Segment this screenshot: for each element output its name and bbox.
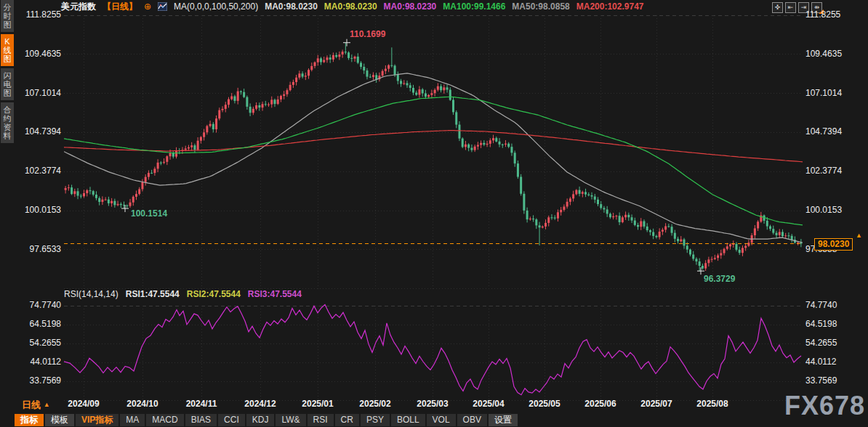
- period-selector[interactable]: 日线 ▲: [22, 399, 50, 412]
- rsi-axis-label: 64.5198: [15, 319, 61, 329]
- time-axis-label: 2025/03: [409, 399, 456, 409]
- rsi-axis-label: 54.2655: [805, 338, 856, 348]
- rsi-axis-label: 64.5198: [805, 319, 856, 329]
- rsi-title: RSI(14,14,14): [64, 289, 118, 299]
- indicator-toolbar: 指标模板VIP指标MAMACDBIASCCIKDJLW&RSICRPSYBOLL…: [15, 414, 518, 427]
- time-axis-label: 2025/04: [465, 399, 512, 409]
- time-axis-label: 2024/10: [119, 399, 166, 409]
- toolbar-tab-MACD[interactable]: MACD: [146, 414, 183, 426]
- toolbar-tab-RSI[interactable]: RSI: [308, 414, 334, 426]
- time-axis-label: 2024/12: [237, 399, 284, 409]
- left-sidebar: 分时图K线图闪电图合约资料: [0, 0, 15, 427]
- price-marker-icon: ▲: [856, 232, 862, 239]
- price-axis-label: 109.4635: [15, 49, 61, 59]
- time-axis-label: 2025/07: [633, 399, 680, 409]
- sidebar-tab-闪电图[interactable]: 闪电图: [1, 68, 14, 100]
- price-axis-label: 107.1014: [805, 88, 856, 98]
- time-axis-label: 2025/08: [689, 399, 736, 409]
- price-axis-label: 111.8255: [15, 9, 61, 20]
- chevron-up-icon: ▲: [44, 401, 50, 408]
- time-axis-label: 2025/06: [577, 399, 624, 409]
- time-axis-label: 2024/11: [178, 399, 225, 409]
- rsi-axis-label: 74.7740: [15, 300, 61, 310]
- price-axis-label: 104.7394: [805, 126, 856, 137]
- time-axis-label: 2025/05: [521, 399, 568, 409]
- rsi-axis-label: 33.7569: [805, 375, 856, 386]
- last-price-tag: 98.0230: [814, 238, 853, 251]
- rsi-axis-label: 44.0112: [15, 357, 61, 367]
- toolbar-tab-BOLL[interactable]: BOLL: [391, 414, 425, 426]
- rsi-header: RSI(14,14,14) RSI1:47.5544RSI2:47.5544RS…: [64, 289, 302, 299]
- rsi-value: RSI3:47.5544: [248, 289, 302, 299]
- toolbar-tab-CR[interactable]: CR: [335, 414, 359, 426]
- price-axis-label: 111.8255: [805, 9, 856, 20]
- price-annotation: 96.3729: [704, 274, 735, 284]
- chart-application: 分时图K线图闪电图合约资料 美元指数 【日线】 ⊕ MA(0,0,0,100,5…: [0, 0, 868, 427]
- toolbar-tab-LW&[interactable]: LW&: [276, 414, 305, 426]
- price-axis-label: 100.0153: [805, 205, 856, 215]
- time-axis-label: 2025/01: [294, 399, 341, 409]
- rsi-axis-label: 33.7569: [15, 375, 61, 386]
- toolbar-tab-MA[interactable]: MA: [120, 414, 145, 426]
- toolbar-tab-设置[interactable]: 设置: [489, 414, 518, 426]
- price-annotation: 110.1699: [350, 29, 385, 39]
- sidebar-tab-分时图[interactable]: 分时图: [1, 0, 14, 32]
- price-axis-label: 107.1014: [15, 88, 61, 98]
- toolbar-tab-CCI[interactable]: CCI: [218, 414, 245, 426]
- toolbar-tab-模板[interactable]: 模板: [45, 414, 74, 426]
- rsi-axis-label: 54.2655: [15, 338, 61, 348]
- period-label: 日线: [22, 399, 41, 410]
- toolbar-tab-VIP指标[interactable]: VIP指标: [76, 414, 118, 426]
- price-chart[interactable]: [64, 10, 803, 289]
- toolbar-tab-OBV[interactable]: OBV: [457, 414, 487, 426]
- watermark: FX678: [784, 391, 865, 421]
- toolbar-tab-VOL[interactable]: VOL: [427, 414, 456, 426]
- price-axis-label: 104.7394: [15, 126, 61, 137]
- price-axis-label: 102.3774: [15, 166, 61, 176]
- toolbar-tab-BIAS[interactable]: BIAS: [185, 414, 217, 426]
- time-axis-label: 2025/02: [352, 399, 398, 409]
- price-annotation: 100.1514: [131, 208, 167, 219]
- price-axis-label: 97.6533: [15, 244, 61, 254]
- rsi-chart[interactable]: [64, 299, 803, 401]
- price-axis-label: 109.4635: [805, 49, 856, 59]
- sidebar-tab-合约资料[interactable]: 合约资料: [1, 102, 14, 143]
- rsi-axis-label: 74.7740: [805, 300, 856, 310]
- sidebar-tab-K线图[interactable]: K线图: [1, 34, 14, 66]
- rsi-axis-label: 44.0112: [805, 357, 856, 367]
- price-axis-label: 100.0153: [15, 205, 61, 215]
- toolbar-tab-KDJ[interactable]: KDJ: [246, 414, 275, 426]
- toolbar-tab-指标[interactable]: 指标: [15, 414, 44, 426]
- toolbar-tab-PSY[interactable]: PSY: [361, 414, 390, 426]
- rsi-value: RSI1:47.5544: [126, 289, 180, 299]
- price-axis-label: 102.3774: [805, 166, 856, 176]
- time-axis-label: 2024/09: [60, 399, 107, 409]
- rsi-value: RSI2:47.5544: [187, 289, 241, 299]
